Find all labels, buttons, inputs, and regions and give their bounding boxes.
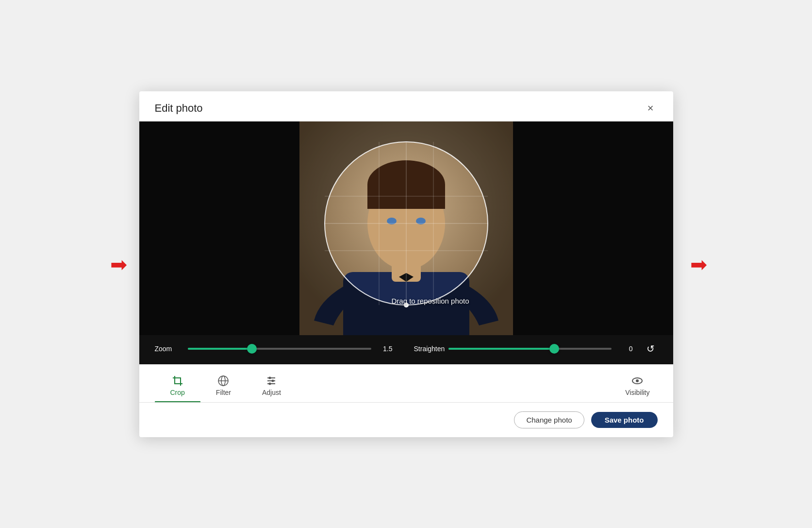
- save-photo-button[interactable]: Save photo: [591, 412, 658, 428]
- photo-background: [139, 121, 673, 335]
- tab-filter[interactable]: Filter: [200, 367, 247, 402]
- zoom-fill: [188, 348, 252, 350]
- visibility-icon: [631, 375, 643, 387]
- adjust-tab-label: Adjust: [262, 389, 281, 396]
- straighten-track: [448, 348, 611, 350]
- zoom-track: [188, 348, 371, 350]
- modal-footer: Change photo Save photo: [139, 403, 673, 437]
- controls-area: Zoom 1.5 Straighten: [139, 335, 673, 364]
- straighten-slider[interactable]: [448, 344, 611, 354]
- reset-button[interactable]: ↺: [644, 342, 658, 356]
- straighten-value: 0: [615, 345, 633, 353]
- svg-rect-8: [367, 185, 445, 209]
- arrow-left-icon: ➡: [110, 252, 127, 276]
- visibility-tab-label: Visibility: [625, 389, 649, 396]
- svg-point-33: [636, 379, 639, 382]
- svg-point-31: [269, 382, 271, 385]
- svg-point-29: [269, 376, 271, 379]
- straighten-control-group: Straighten 0 ↺: [414, 342, 658, 356]
- filter-tab-label: Filter: [216, 389, 231, 396]
- straighten-fill: [448, 348, 554, 350]
- crop-icon: [172, 375, 183, 387]
- zoom-value: 1.5: [375, 345, 393, 353]
- photo-canvas[interactable]: Drag to reposition photo: [139, 121, 673, 335]
- tab-adjust[interactable]: Adjust: [247, 367, 297, 402]
- modal-title: Edit photo: [155, 102, 203, 115]
- straighten-label: Straighten: [414, 345, 445, 353]
- portrait-svg: [139, 121, 673, 335]
- zoom-label: Zoom: [155, 345, 184, 353]
- edit-photo-modal: Edit photo ×: [139, 91, 673, 437]
- arrow-right-icon: ➡: [690, 252, 707, 276]
- tab-crop[interactable]: Crop: [155, 367, 200, 402]
- filter-icon: [217, 375, 229, 387]
- modal-header: Edit photo ×: [139, 91, 673, 121]
- tab-visibility[interactable]: Visibility: [617, 367, 657, 402]
- zoom-thumb[interactable]: [247, 344, 257, 354]
- straighten-thumb[interactable]: [549, 344, 559, 354]
- zoom-slider[interactable]: [188, 344, 371, 354]
- tabs-area: Crop Filter: [139, 367, 673, 403]
- crop-tab-label: Crop: [170, 389, 185, 396]
- svg-point-9: [387, 218, 397, 224]
- svg-point-10: [416, 218, 426, 224]
- controls-row: Zoom 1.5 Straighten: [155, 342, 658, 356]
- close-button[interactable]: ×: [644, 101, 658, 116]
- change-photo-button[interactable]: Change photo: [514, 411, 584, 428]
- zoom-control-group: Zoom 1.5: [155, 344, 398, 354]
- adjust-icon: [265, 375, 277, 387]
- svg-point-30: [272, 379, 274, 382]
